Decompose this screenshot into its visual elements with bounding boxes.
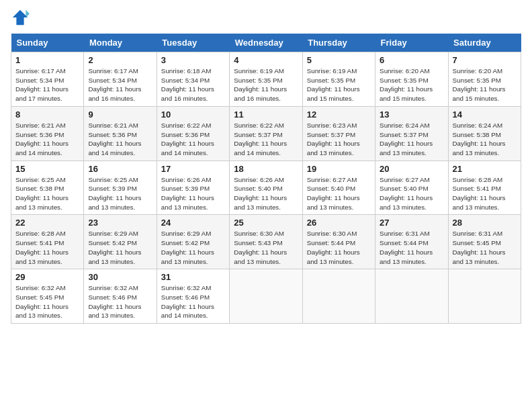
day-info: Sunrise: 6:31 AM Sunset: 5:45 PM Dayligh…	[453, 229, 517, 266]
calendar-day-cell: 7 Sunrise: 6:20 AM Sunset: 5:35 PM Dayli…	[448, 52, 521, 107]
day-info: Sunrise: 6:19 AM Sunset: 5:35 PM Dayligh…	[307, 66, 371, 103]
day-info: Sunrise: 6:28 AM Sunset: 5:41 PM Dayligh…	[453, 175, 517, 212]
day-info: Sunrise: 6:22 AM Sunset: 5:37 PM Dayligh…	[234, 121, 298, 158]
calendar-day-cell: 28 Sunrise: 6:31 AM Sunset: 5:45 PM Dayl…	[448, 215, 521, 269]
day-info: Sunrise: 6:23 AM Sunset: 5:37 PM Dayligh…	[307, 121, 371, 158]
day-info: Sunrise: 6:20 AM Sunset: 5:35 PM Dayligh…	[380, 66, 443, 103]
calendar-table: SundayMondayTuesdayWednesdayThursdayFrid…	[11, 34, 521, 324]
day-info: Sunrise: 6:30 AM Sunset: 5:43 PM Dayligh…	[234, 229, 298, 266]
day-number: 19	[307, 164, 371, 174]
calendar-day-cell: 22 Sunrise: 6:28 AM Sunset: 5:41 PM Dayl…	[11, 215, 84, 269]
day-info: Sunrise: 6:24 AM Sunset: 5:38 PM Dayligh…	[453, 121, 517, 158]
day-info: Sunrise: 6:21 AM Sunset: 5:36 PM Dayligh…	[88, 121, 152, 158]
day-number: 15	[15, 164, 79, 174]
day-info: Sunrise: 6:29 AM Sunset: 5:42 PM Dayligh…	[88, 229, 152, 266]
calendar-day-cell: 29 Sunrise: 6:32 AM Sunset: 5:45 PM Dayl…	[11, 269, 84, 324]
calendar-day-cell: 3 Sunrise: 6:18 AM Sunset: 5:34 PM Dayli…	[157, 52, 229, 107]
day-info: Sunrise: 6:32 AM Sunset: 5:45 PM Dayligh…	[15, 283, 79, 320]
calendar-week-row: 15 Sunrise: 6:25 AM Sunset: 5:38 PM Dayl…	[11, 161, 521, 215]
day-of-week-header: Sunday	[11, 34, 84, 52]
day-info: Sunrise: 6:22 AM Sunset: 5:36 PM Dayligh…	[161, 121, 225, 158]
day-number: 28	[453, 218, 517, 228]
calendar-day-cell	[448, 269, 521, 324]
calendar-day-cell: 5 Sunrise: 6:19 AM Sunset: 5:35 PM Dayli…	[302, 52, 375, 107]
calendar-day-cell: 10 Sunrise: 6:22 AM Sunset: 5:36 PM Dayl…	[157, 106, 229, 161]
day-of-week-header: Monday	[84, 34, 157, 52]
svg-marker-0	[13, 10, 28, 25]
day-number: 14	[453, 109, 517, 120]
day-of-week-header: Thursday	[302, 34, 375, 52]
day-of-week-header: Wednesday	[230, 34, 302, 52]
calendar-day-cell: 11 Sunrise: 6:22 AM Sunset: 5:37 PM Dayl…	[230, 106, 302, 161]
day-number: 6	[380, 55, 443, 65]
calendar-day-cell	[375, 269, 448, 324]
day-info: Sunrise: 6:32 AM Sunset: 5:46 PM Dayligh…	[88, 283, 152, 320]
calendar-day-cell: 26 Sunrise: 6:30 AM Sunset: 5:44 PM Dayl…	[302, 215, 375, 269]
day-info: Sunrise: 6:26 AM Sunset: 5:39 PM Dayligh…	[161, 175, 225, 212]
day-info: Sunrise: 6:17 AM Sunset: 5:34 PM Dayligh…	[88, 66, 152, 103]
day-info: Sunrise: 6:31 AM Sunset: 5:44 PM Dayligh…	[380, 229, 443, 266]
day-info: Sunrise: 6:19 AM Sunset: 5:35 PM Dayligh…	[234, 66, 298, 103]
calendar-day-cell: 8 Sunrise: 6:21 AM Sunset: 5:36 PM Dayli…	[11, 106, 84, 161]
calendar-day-cell: 13 Sunrise: 6:24 AM Sunset: 5:37 PM Dayl…	[375, 106, 448, 161]
day-number: 24	[161, 218, 225, 228]
calendar-week-row: 29 Sunrise: 6:32 AM Sunset: 5:45 PM Dayl…	[11, 269, 521, 324]
day-number: 16	[88, 164, 152, 174]
calendar-day-cell: 23 Sunrise: 6:29 AM Sunset: 5:42 PM Dayl…	[84, 215, 157, 269]
day-number: 18	[234, 164, 298, 174]
day-number: 12	[307, 109, 371, 120]
day-number: 25	[234, 218, 298, 228]
calendar-day-cell	[230, 269, 302, 324]
calendar-day-cell: 15 Sunrise: 6:25 AM Sunset: 5:38 PM Dayl…	[11, 161, 84, 215]
day-number: 30	[88, 272, 152, 282]
day-number: 21	[453, 164, 517, 174]
day-info: Sunrise: 6:18 AM Sunset: 5:34 PM Dayligh…	[161, 66, 225, 103]
day-of-week-header: Saturday	[448, 34, 521, 52]
day-info: Sunrise: 6:26 AM Sunset: 5:40 PM Dayligh…	[234, 175, 298, 212]
day-number: 20	[380, 164, 443, 174]
day-info: Sunrise: 6:24 AM Sunset: 5:37 PM Dayligh…	[380, 121, 443, 158]
calendar-day-cell: 18 Sunrise: 6:26 AM Sunset: 5:40 PM Dayl…	[230, 161, 302, 215]
calendar-day-cell: 25 Sunrise: 6:30 AM Sunset: 5:43 PM Dayl…	[230, 215, 302, 269]
day-number: 4	[234, 55, 298, 65]
day-info: Sunrise: 6:27 AM Sunset: 5:40 PM Dayligh…	[307, 175, 371, 212]
calendar-day-cell: 20 Sunrise: 6:27 AM Sunset: 5:40 PM Dayl…	[375, 161, 448, 215]
day-number: 29	[15, 272, 79, 282]
calendar-day-cell: 30 Sunrise: 6:32 AM Sunset: 5:46 PM Dayl…	[84, 269, 157, 324]
day-number: 7	[453, 55, 517, 65]
day-info: Sunrise: 6:30 AM Sunset: 5:44 PM Dayligh…	[307, 229, 371, 266]
calendar-week-row: 22 Sunrise: 6:28 AM Sunset: 5:41 PM Dayl…	[11, 215, 521, 269]
calendar-week-row: 8 Sunrise: 6:21 AM Sunset: 5:36 PM Dayli…	[11, 106, 521, 161]
day-info: Sunrise: 6:21 AM Sunset: 5:36 PM Dayligh…	[15, 121, 79, 158]
calendar-day-cell: 9 Sunrise: 6:21 AM Sunset: 5:36 PM Dayli…	[84, 106, 157, 161]
day-number: 23	[88, 218, 152, 228]
calendar-day-cell: 16 Sunrise: 6:25 AM Sunset: 5:39 PM Dayl…	[84, 161, 157, 215]
logo-icon	[11, 8, 30, 27]
day-number: 11	[234, 109, 298, 120]
calendar-day-cell: 14 Sunrise: 6:24 AM Sunset: 5:38 PM Dayl…	[448, 106, 521, 161]
calendar-header-row: SundayMondayTuesdayWednesdayThursdayFrid…	[11, 34, 521, 52]
calendar-day-cell: 1 Sunrise: 6:17 AM Sunset: 5:34 PM Dayli…	[11, 52, 84, 107]
day-info: Sunrise: 6:17 AM Sunset: 5:34 PM Dayligh…	[15, 66, 79, 103]
day-number: 1	[15, 55, 79, 65]
day-info: Sunrise: 6:29 AM Sunset: 5:42 PM Dayligh…	[161, 229, 225, 266]
day-number: 26	[307, 218, 371, 228]
day-info: Sunrise: 6:27 AM Sunset: 5:40 PM Dayligh…	[380, 175, 443, 212]
day-number: 22	[15, 218, 79, 228]
day-of-week-header: Friday	[375, 34, 448, 52]
day-number: 17	[161, 164, 225, 174]
day-number: 9	[88, 109, 152, 120]
day-number: 2	[88, 55, 152, 65]
day-info: Sunrise: 6:25 AM Sunset: 5:39 PM Dayligh…	[88, 175, 152, 212]
calendar-day-cell: 31 Sunrise: 6:32 AM Sunset: 5:46 PM Dayl…	[157, 269, 229, 324]
day-of-week-header: Tuesday	[157, 34, 229, 52]
calendar-day-cell: 19 Sunrise: 6:27 AM Sunset: 5:40 PM Dayl…	[302, 161, 375, 215]
logo	[11, 11, 32, 27]
page-header	[11, 11, 521, 27]
calendar-day-cell	[302, 269, 375, 324]
day-number: 31	[161, 272, 225, 282]
day-info: Sunrise: 6:25 AM Sunset: 5:38 PM Dayligh…	[15, 175, 79, 212]
calendar-day-cell: 24 Sunrise: 6:29 AM Sunset: 5:42 PM Dayl…	[157, 215, 229, 269]
day-number: 13	[380, 109, 443, 120]
day-info: Sunrise: 6:28 AM Sunset: 5:41 PM Dayligh…	[15, 229, 79, 266]
